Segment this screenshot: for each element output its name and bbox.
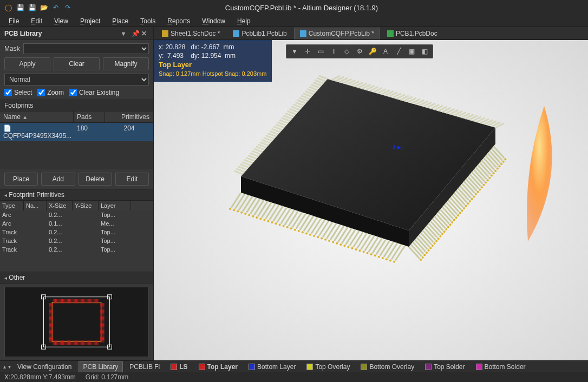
menu-window[interactable]: Window	[197, 16, 231, 26]
doc-tab-0[interactable]: Sheet1.SchDoc *	[156, 28, 226, 39]
down-arrow-icon[interactable]: ▾	[8, 364, 11, 370]
menu-help[interactable]: Help	[232, 16, 256, 26]
menu-place[interactable]: Place	[107, 16, 134, 26]
menu-tools[interactable]: Tools	[135, 16, 161, 26]
menu-project[interactable]: Project	[75, 16, 106, 26]
other-header[interactable]: ◂ Other	[0, 272, 153, 284]
svg-point-349	[286, 226, 289, 228]
align-icon[interactable]: ⫴	[328, 45, 339, 57]
mode-select[interactable]: Normal	[4, 74, 149, 85]
view-config-tab[interactable]: View Configuration	[13, 361, 76, 372]
pcb-library-tab[interactable]: PCB Library	[79, 361, 123, 372]
svg-point-380	[423, 254, 426, 256]
layer-tab-0[interactable]: LS	[166, 361, 192, 372]
save-icon[interactable]: 💾	[15, 3, 25, 12]
crop-icon[interactable]: ◧	[419, 45, 430, 57]
3d-viewport[interactable]: x: 20.828 dx: -2.667 mm y: 7.493 dy: 12.…	[154, 40, 588, 360]
col-pads[interactable]: Pads	[74, 111, 105, 122]
undo-icon[interactable]: ↶	[51, 3, 61, 12]
svg-point-412	[487, 179, 489, 181]
pcol-ysize[interactable]: Y-Size	[73, 201, 99, 210]
line-icon[interactable]: ╱	[393, 45, 404, 57]
select-checkbox[interactable]: Select	[4, 89, 32, 96]
doc-tab-3[interactable]: PCB1.PcbDoc	[381, 28, 443, 39]
move-icon[interactable]: ✛	[302, 45, 313, 57]
svg-point-334	[229, 208, 231, 210]
primitive-row[interactable]: Track0.2...Top...	[0, 236, 153, 245]
layer-tab-4[interactable]: Bottom Overlay	[356, 361, 419, 372]
menu-view[interactable]: View	[49, 16, 74, 26]
svg-point-359	[324, 239, 326, 241]
layer-tab-6[interactable]: Bottom Solder	[472, 361, 530, 372]
primitive-row[interactable]: Track0.2...Top...	[0, 228, 153, 236]
svg-line-197	[380, 241, 390, 256]
up-arrow-icon[interactable]: ▴	[3, 364, 6, 370]
layer-swatch	[306, 364, 313, 370]
open-icon[interactable]: 📂	[39, 3, 49, 12]
select-rect-icon[interactable]: ▭	[315, 45, 326, 57]
svg-point-416	[494, 170, 496, 172]
menu-reports[interactable]: Reports	[162, 16, 195, 26]
svg-point-407	[476, 191, 479, 193]
primitive-row[interactable]: Arc0.1...Me...	[0, 219, 153, 228]
filter-icon[interactable]: ▼	[289, 45, 300, 57]
pcol-xsize[interactable]: X-Size	[47, 201, 73, 210]
dropdown-icon[interactable]: ▾	[122, 30, 129, 37]
pcol-type[interactable]: Type	[0, 201, 24, 210]
layer-label: LS	[179, 363, 187, 371]
clear-existing-checkbox[interactable]: Clear Existing	[69, 89, 119, 96]
svg-line-165	[258, 201, 267, 216]
svg-point-357	[317, 236, 319, 238]
col-prims[interactable]: Primitives	[105, 111, 153, 122]
pin-icon[interactable]: 📌	[132, 30, 139, 37]
layer-label: Bottom Solder	[485, 363, 526, 371]
snap-icon[interactable]: ◇	[341, 45, 352, 57]
redo-icon[interactable]: ↷	[63, 3, 73, 12]
text-icon[interactable]: A	[380, 45, 391, 57]
svg-point-335	[233, 209, 235, 211]
layer-tab-3[interactable]: Top Overlay	[302, 361, 354, 372]
add-button[interactable]: Add	[41, 173, 75, 186]
svg-point-377	[393, 261, 395, 263]
magnify-button[interactable]: Magnify	[103, 57, 149, 70]
image-icon[interactable]: ▣	[406, 45, 417, 57]
col-name[interactable]: Name	[3, 113, 21, 121]
gear-icon[interactable]: ⚙	[354, 45, 365, 57]
pcblib-fi-tab[interactable]: PCBLIB Fi	[125, 361, 164, 372]
svg-point-372	[374, 254, 376, 256]
menu-edit[interactable]: Edit	[25, 16, 48, 26]
save-all-icon[interactable]: 💾	[27, 3, 37, 12]
zoom-checkbox[interactable]: Zoom	[37, 89, 64, 96]
menu-file[interactable]: File	[3, 16, 24, 26]
doc-tab-1[interactable]: PcbLib1.PcbLib	[227, 28, 292, 39]
svg-line-162	[246, 197, 256, 213]
pcol-layer[interactable]: Layer	[99, 201, 131, 210]
place-button[interactable]: Place	[4, 173, 38, 186]
layer-swatch	[425, 364, 432, 370]
edit-button[interactable]: Edit	[115, 173, 149, 186]
apply-button[interactable]: Apply	[4, 57, 50, 70]
layer-tab-1[interactable]: Top Layer	[194, 361, 242, 372]
footprint-row[interactable]: 📄 CQFP64P3495X3495...180204	[0, 123, 153, 141]
delete-button[interactable]: Delete	[79, 173, 112, 186]
svg-point-373	[378, 256, 380, 258]
svg-line-181	[319, 221, 329, 236]
svg-point-396	[455, 216, 457, 219]
svg-point-376	[389, 259, 391, 261]
fp-prim-header[interactable]: ◂ Footprint Primitives	[0, 189, 153, 201]
primitive-row[interactable]: Arc0.2...Top...	[0, 210, 153, 219]
mask-select[interactable]	[23, 43, 149, 54]
layer-tab-5[interactable]: Top Solder	[421, 361, 469, 372]
primitive-row[interactable]: Track0.2...Top...	[0, 245, 153, 254]
svg-point-389	[441, 233, 443, 235]
svg-point-411	[485, 182, 487, 184]
pcol-name[interactable]: Na...	[24, 201, 47, 210]
doc-tab-label: PcbLib1.PcbLib	[241, 30, 286, 37]
close-icon[interactable]: ✕	[141, 30, 149, 37]
doc-tab-2[interactable]: CustomCQFP.PcbLib *	[294, 28, 380, 39]
clear-button[interactable]: Clear	[54, 57, 100, 70]
key-icon[interactable]: 🔑	[367, 45, 378, 57]
svg-point-420	[502, 161, 505, 163]
layer-tab-2[interactable]: Bottom Layer	[244, 361, 300, 372]
svg-point-393	[449, 223, 452, 226]
